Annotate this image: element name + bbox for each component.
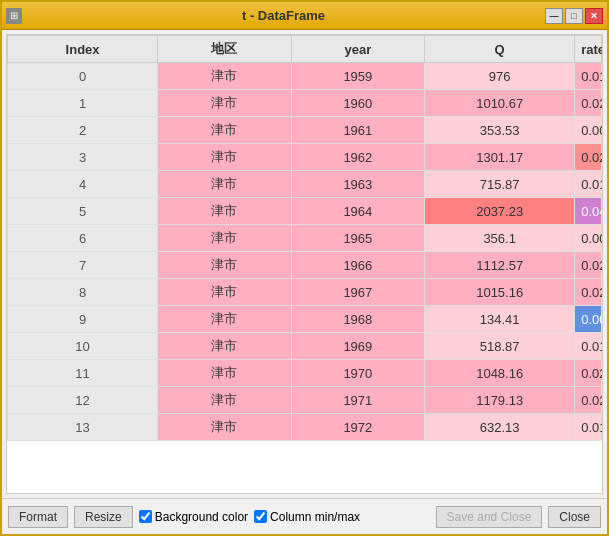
close-button[interactable]: Close xyxy=(548,506,601,528)
table-container: Index 地区 year Q rate 0津市19599760.0193646… xyxy=(6,34,603,494)
window-controls: — □ ✕ xyxy=(545,8,603,24)
cell-year: 1965 xyxy=(291,225,424,252)
table-row: 1津市19601010.670.0200524 xyxy=(8,90,602,117)
cell-region: 津市 xyxy=(158,306,291,333)
cell-year: 1967 xyxy=(291,279,424,306)
resize-button[interactable]: Resize xyxy=(74,506,133,528)
cell-index: 7 xyxy=(8,252,158,279)
cell-year: 1969 xyxy=(291,333,424,360)
cell-index: 10 xyxy=(8,333,158,360)
cell-rate: 0.0220742 xyxy=(575,252,602,279)
cell-rate: 0.00706528 xyxy=(575,225,602,252)
cell-q: 1015.16 xyxy=(425,279,575,306)
cell-rate: 0.0193646 xyxy=(575,63,602,90)
cell-region: 津市 xyxy=(158,279,291,306)
cell-q: 518.87 xyxy=(425,333,575,360)
data-table: Index 地区 year Q rate 0津市19599760.0193646… xyxy=(7,35,602,441)
col-header-region: 地区 xyxy=(158,36,291,63)
col-header-year: year xyxy=(291,36,424,63)
title-bar: ⊞ t - DataFrame — □ ✕ xyxy=(2,2,607,30)
cell-region: 津市 xyxy=(158,144,291,171)
table-body: 0津市19599760.01936461津市19601010.670.02005… xyxy=(8,63,602,441)
cell-index: 9 xyxy=(8,306,158,333)
cell-q: 976 xyxy=(425,63,575,90)
cell-region: 津市 xyxy=(158,387,291,414)
col-header-rate: rate xyxy=(575,36,602,63)
cell-index: 3 xyxy=(8,144,158,171)
cell-region: 津市 xyxy=(158,90,291,117)
maximize-button[interactable]: □ xyxy=(565,8,583,24)
main-window: ⊞ t - DataFrame — □ ✕ Index 地区 year Q ra… xyxy=(0,0,609,536)
cell-rate: 0.0142034 xyxy=(575,171,602,198)
col-minmax-label: Column min/max xyxy=(270,510,360,524)
bg-color-label: Background color xyxy=(155,510,248,524)
table-row: 7津市19661112.570.0220742 xyxy=(8,252,602,279)
cell-q: 356.1 xyxy=(425,225,575,252)
cell-year: 1971 xyxy=(291,387,424,414)
cell-q: 353.53 xyxy=(425,117,575,144)
bg-color-checkbox[interactable] xyxy=(139,510,152,523)
table-row: 9津市1968134.410.00266679 xyxy=(8,306,602,333)
table-row: 0津市19599760.0193646 xyxy=(8,63,602,90)
cell-region: 津市 xyxy=(158,63,291,90)
window-title: t - DataFrame xyxy=(22,8,545,23)
format-button[interactable]: Format xyxy=(8,506,68,528)
cell-year: 1963 xyxy=(291,171,424,198)
cell-q: 632.13 xyxy=(425,414,575,441)
cell-index: 11 xyxy=(8,360,158,387)
cell-region: 津市 xyxy=(158,414,291,441)
cell-region: 津市 xyxy=(158,360,291,387)
cell-year: 1964 xyxy=(291,198,424,225)
cell-index: 8 xyxy=(8,279,158,306)
table-header: Index 地区 year Q rate xyxy=(8,36,602,63)
cell-year: 1970 xyxy=(291,360,424,387)
col-header-index: Index xyxy=(8,36,158,63)
cell-q: 2037.23 xyxy=(425,198,575,225)
cell-index: 1 xyxy=(8,90,158,117)
cell-rate: 0.0207963 xyxy=(575,360,602,387)
table-row: 10津市1969518.870.0102948 xyxy=(8,333,602,360)
cell-q: 134.41 xyxy=(425,306,575,333)
cell-rate: 0.0102948 xyxy=(575,333,602,360)
table-row: 3津市19621301.170.0258162 xyxy=(8,144,602,171)
table-row: 5津市19642037.230.0404201 xyxy=(8,198,602,225)
cell-year: 1966 xyxy=(291,252,424,279)
table-scroll[interactable]: Index 地区 year Q rate 0津市19599760.0193646… xyxy=(7,35,602,493)
cell-rate: 0.0201415 xyxy=(575,279,602,306)
bg-color-checkbox-group[interactable]: Background color xyxy=(139,510,248,524)
cell-rate: 0.0200524 xyxy=(575,90,602,117)
cell-year: 1962 xyxy=(291,144,424,171)
close-window-button[interactable]: ✕ xyxy=(585,8,603,24)
bottom-bar: Format Resize Background color Column mi… xyxy=(2,498,607,534)
cell-region: 津市 xyxy=(158,198,291,225)
cell-year: 1959 xyxy=(291,63,424,90)
save-close-button[interactable]: Save and Close xyxy=(436,506,543,528)
minimize-button[interactable]: — xyxy=(545,8,563,24)
cell-rate: 0.00266679 xyxy=(575,306,602,333)
table-row: 2津市1961353.530.00701429 xyxy=(8,117,602,144)
cell-year: 1972 xyxy=(291,414,424,441)
col-header-q: Q xyxy=(425,36,575,63)
cell-region: 津市 xyxy=(158,171,291,198)
cell-q: 1301.17 xyxy=(425,144,575,171)
table-row: 12津市19711179.130.0233948 xyxy=(8,387,602,414)
cell-index: 0 xyxy=(8,63,158,90)
table-row: 4津市1963715.870.0142034 xyxy=(8,171,602,198)
col-minmax-checkbox[interactable] xyxy=(254,510,267,523)
cell-region: 津市 xyxy=(158,333,291,360)
table-row: 13津市1972632.130.0125419 xyxy=(8,414,602,441)
col-minmax-checkbox-group[interactable]: Column min/max xyxy=(254,510,360,524)
cell-region: 津市 xyxy=(158,117,291,144)
table-row: 11津市19701048.160.0207963 xyxy=(8,360,602,387)
cell-index: 6 xyxy=(8,225,158,252)
cell-q: 1112.57 xyxy=(425,252,575,279)
cell-index: 12 xyxy=(8,387,158,414)
cell-index: 5 xyxy=(8,198,158,225)
table-row: 6津市1965356.10.00706528 xyxy=(8,225,602,252)
cell-region: 津市 xyxy=(158,225,291,252)
cell-rate: 0.0233948 xyxy=(575,387,602,414)
cell-q: 1010.67 xyxy=(425,90,575,117)
cell-year: 1960 xyxy=(291,90,424,117)
cell-q: 1179.13 xyxy=(425,387,575,414)
cell-rate: 0.00701429 xyxy=(575,117,602,144)
